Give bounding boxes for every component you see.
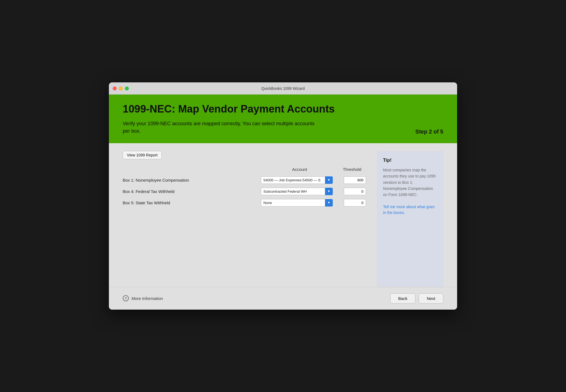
account-select-wrap[interactable]: ▼ (261, 199, 333, 207)
row-account[interactable]: ▼ (261, 174, 338, 186)
col-header-account: Account (261, 167, 338, 174)
account-select-wrap[interactable]: ▼ (261, 188, 333, 195)
col-header-threshold: Threshold (338, 167, 366, 174)
row-threshold[interactable] (338, 197, 366, 208)
footer-left: ? More Information (123, 295, 163, 301)
minimize-button[interactable] (119, 87, 123, 90)
table-row: Box 4: Federal Tax Withheld▼ (123, 186, 366, 197)
titlebar: QuickBooks 1099 Wizard (109, 82, 457, 95)
main-panel: View 1099 Report Account Threshold Box 1… (123, 151, 377, 287)
step-indicator: Step 2 of 5 (415, 129, 443, 135)
traffic-lights (113, 87, 129, 90)
dropdown-arrow-icon[interactable]: ▼ (325, 188, 333, 195)
page-title: 1099-NEC: Map Vendor Payment Accounts (123, 103, 443, 115)
tip-link[interactable]: Tell me more about what goes in the boxe… (383, 205, 435, 215)
mapping-table: Account Threshold Box 1: Nonemployee Com… (123, 167, 366, 208)
main-window: QuickBooks 1099 Wizard 1099-NEC: Map Ven… (109, 82, 457, 310)
row-label: Box 4: Federal Tax Withheld (123, 186, 261, 197)
dropdown-arrow-icon[interactable]: ▼ (325, 176, 333, 184)
tip-body: Most companies map the accounts they use… (383, 167, 437, 198)
content-area: View 1099 Report Account Threshold Box 1… (109, 143, 457, 287)
account-input[interactable] (261, 188, 333, 195)
account-input[interactable] (261, 199, 333, 207)
window-title: QuickBooks 1099 Wizard (261, 86, 305, 91)
threshold-input[interactable] (344, 188, 366, 195)
close-button[interactable] (113, 87, 117, 90)
row-threshold[interactable] (338, 174, 366, 186)
tip-panel: Tip! Most companies map the accounts the… (377, 151, 443, 287)
table-row: Box 5: State Tax Withheld▼ (123, 197, 366, 208)
tip-title: Tip! (383, 158, 437, 163)
threshold-input[interactable] (344, 199, 366, 207)
help-button[interactable]: ? (123, 295, 129, 301)
account-select-wrap[interactable]: ▼ (261, 176, 333, 184)
header-subtitle: Verify your 1099-NEC accounts are mapped… (123, 120, 316, 135)
footer-right: Back Next (390, 293, 443, 304)
maximize-button[interactable] (125, 87, 129, 90)
row-label: Box 1: Nonemployee Compensation (123, 174, 261, 186)
account-input[interactable] (261, 176, 333, 184)
header-section: 1099-NEC: Map Vendor Payment Accounts Ve… (109, 95, 457, 143)
back-button[interactable]: Back (390, 293, 415, 304)
row-account[interactable]: ▼ (261, 197, 338, 208)
row-threshold[interactable] (338, 186, 366, 197)
footer: ? More Information Back Next (109, 287, 457, 310)
col-header-label (123, 167, 261, 174)
row-account[interactable]: ▼ (261, 186, 338, 197)
table-row: Box 1: Nonemployee Compensation▼ (123, 174, 366, 186)
more-info-label[interactable]: More Information (132, 296, 163, 301)
next-button[interactable]: Next (419, 293, 443, 304)
view-report-button[interactable]: View 1099 Report (123, 151, 162, 159)
dropdown-arrow-icon[interactable]: ▼ (325, 199, 333, 207)
threshold-input[interactable] (344, 176, 366, 184)
row-label: Box 5: State Tax Withheld (123, 197, 261, 208)
